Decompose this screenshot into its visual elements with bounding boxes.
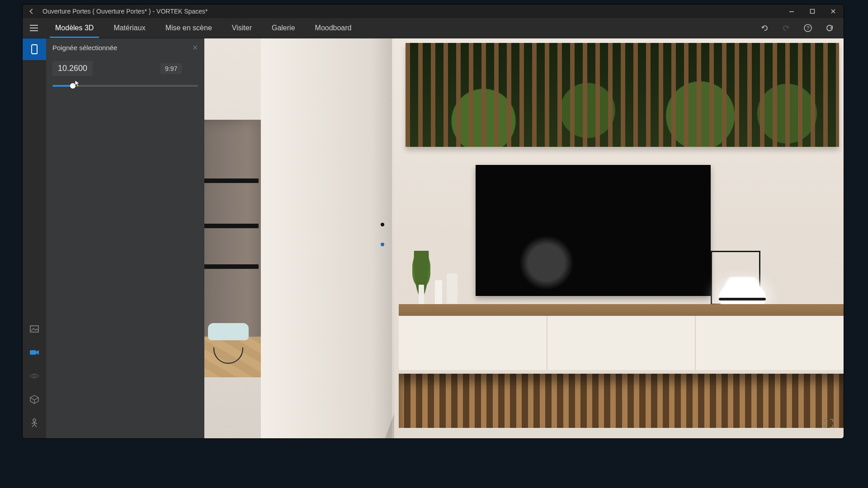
- window-title: Ouverture Portes ( Ouverture Portes* ) -…: [42, 8, 781, 15]
- svg-text:?: ?: [807, 25, 809, 31]
- slider-thumb[interactable]: [70, 83, 75, 89]
- slider[interactable]: [52, 85, 198, 87]
- svg-rect-3: [30, 28, 38, 28]
- svg-rect-9: [30, 350, 36, 355]
- rail-cube-icon[interactable]: [23, 392, 46, 407]
- rail-screenshot-icon[interactable]: [23, 322, 46, 336]
- tab-mise-en-scene[interactable]: Mise en scène: [156, 18, 222, 38]
- tab-label: Modèles 3D: [55, 24, 94, 32]
- gizmo-handle[interactable]: [381, 223, 384, 226]
- svg-point-10: [33, 375, 36, 377]
- menu-button[interactable]: [23, 18, 45, 38]
- svg-point-11: [33, 419, 36, 422]
- help-button[interactable]: ?: [803, 23, 813, 33]
- svg-rect-2: [30, 25, 38, 26]
- fullscreen-button[interactable]: [824, 418, 834, 428]
- tab-label: Visiter: [232, 24, 252, 32]
- svg-rect-8: [30, 326, 38, 332]
- value-input[interactable]: 10.2600: [52, 61, 93, 76]
- maximize-button[interactable]: [802, 5, 823, 18]
- main-tabs: Modèles 3D Matériaux Mise en scène Visit…: [23, 18, 844, 38]
- svg-rect-7: [32, 45, 37, 54]
- tab-label: Mise en scène: [165, 24, 212, 32]
- scene-render: [204, 38, 844, 438]
- back-button[interactable]: [26, 8, 37, 14]
- app-body: Poignée sélectionnée ✕ 10.2600 9:97: [23, 38, 844, 438]
- left-rail: [23, 38, 46, 438]
- tab-visiter[interactable]: Visiter: [222, 18, 262, 38]
- tab-modeles-3d[interactable]: Modèles 3D: [45, 18, 104, 38]
- minimize-button[interactable]: [781, 5, 802, 18]
- timecode-display: 9:97: [160, 63, 182, 74]
- tab-label: Galerie: [272, 24, 295, 32]
- properties-panel: Poignée sélectionnée ✕ 10.2600 9:97: [46, 38, 204, 438]
- rail-person-icon[interactable]: [23, 416, 46, 430]
- rail-visibility-icon[interactable]: [23, 369, 46, 383]
- sync-button[interactable]: [825, 23, 835, 33]
- panel-close-button[interactable]: ✕: [192, 43, 198, 52]
- app-window: Ouverture Portes ( Ouverture Portes* ) -…: [23, 5, 844, 438]
- redo-button[interactable]: [781, 23, 791, 33]
- viewport-3d[interactable]: [204, 38, 844, 438]
- svg-rect-0: [789, 11, 794, 12]
- tab-label: Matériaux: [113, 24, 145, 32]
- gizmo-handle-selected[interactable]: [381, 243, 384, 246]
- rail-inspector-button[interactable]: [23, 38, 46, 60]
- tab-galerie[interactable]: Galerie: [262, 18, 305, 38]
- panel-title: Poignée sélectionnée: [52, 44, 192, 52]
- tab-materiaux[interactable]: Matériaux: [104, 18, 155, 38]
- undo-button[interactable]: [760, 23, 769, 33]
- svg-rect-4: [30, 30, 38, 31]
- svg-rect-1: [811, 9, 815, 14]
- titlebar: Ouverture Portes ( Ouverture Portes* ) -…: [23, 5, 844, 18]
- tab-label: Moodboard: [315, 24, 352, 32]
- tab-moodboard[interactable]: Moodboard: [305, 18, 362, 38]
- close-button[interactable]: [823, 5, 844, 18]
- rail-camera-icon[interactable]: [23, 345, 46, 360]
- window-controls: [781, 5, 844, 18]
